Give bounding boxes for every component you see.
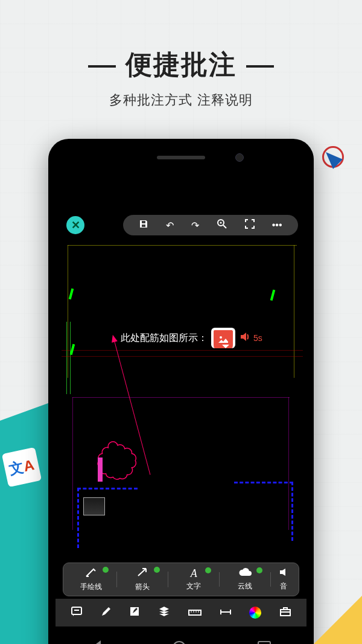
- redo-icon[interactable]: ↷: [191, 220, 199, 231]
- freehand-icon: [85, 567, 97, 581]
- comment-icon[interactable]: [71, 606, 83, 620]
- bottom-toolbar: [56, 599, 306, 626]
- badge-dot-icon: [256, 567, 262, 573]
- marketing-title: 便捷批注: [0, 47, 362, 83]
- layers-icon[interactable]: [158, 606, 170, 620]
- tool-cloud[interactable]: 云线: [220, 567, 271, 591]
- speaker-icon: [279, 567, 288, 580]
- marketing-subtitle: 多种批注方式 注释说明: [0, 91, 362, 109]
- svg-point-3: [220, 222, 222, 224]
- marketing-header: 便捷批注 多种批注方式 注释说明: [0, 0, 362, 109]
- annotation-text: 此处配筋如图所示：: [121, 332, 208, 345]
- badge-dot-icon: [103, 567, 109, 573]
- app-screen: ✕ ↶ ↷ ••• 此处配筋如图所示： 5s: [56, 174, 306, 644]
- svg-line-2: [223, 225, 226, 228]
- toolbox-icon[interactable]: [279, 607, 291, 619]
- annotation-toolbar: 手绘线 箭头 A 文字 云线: [63, 563, 299, 596]
- ruler-icon[interactable]: [188, 607, 202, 619]
- badge-dot-icon: [154, 567, 160, 573]
- zoom-icon[interactable]: [217, 218, 227, 232]
- more-icon[interactable]: •••: [272, 220, 282, 231]
- nav-recent-button[interactable]: [258, 641, 271, 644]
- text-cursor: [98, 457, 103, 482]
- cloud-icon: [238, 567, 252, 580]
- svg-rect-20: [284, 608, 287, 610]
- pencil-icon[interactable]: [101, 606, 112, 620]
- text-icon: A: [191, 567, 197, 580]
- nav-back-button[interactable]: [91, 640, 101, 644]
- annotation-block[interactable]: 此处配筋如图所示： 5s: [121, 328, 262, 348]
- arrow-icon: [136, 567, 148, 581]
- fullscreen-icon[interactable]: [245, 219, 255, 231]
- svg-point-5: [220, 336, 222, 339]
- audio-duration: 5s: [253, 333, 262, 343]
- tool-audio[interactable]: 音: [271, 567, 296, 591]
- edit-box-icon[interactable]: [129, 606, 140, 620]
- svg-marker-0: [326, 152, 343, 169]
- deco-cursor-triangle: [326, 152, 344, 173]
- audio-icon[interactable]: [239, 331, 250, 345]
- color-icon[interactable]: [249, 607, 261, 619]
- svg-rect-11: [189, 610, 201, 615]
- top-toolbar: ↶ ↷ •••: [123, 215, 298, 235]
- save-icon[interactable]: [139, 219, 148, 231]
- badge-dot-icon: [205, 567, 211, 573]
- measure-icon[interactable]: [220, 607, 232, 619]
- tool-freehand[interactable]: 手绘线: [66, 567, 117, 592]
- deco-translate-card: 文A: [2, 447, 42, 487]
- android-navbar: [56, 633, 306, 644]
- image-attachment-icon[interactable]: [211, 328, 235, 348]
- phone-frame: ✕ ↶ ↷ ••• 此处配筋如图所示： 5s: [48, 139, 314, 644]
- tool-arrow[interactable]: 箭头: [117, 567, 168, 592]
- close-button[interactable]: ✕: [66, 216, 84, 234]
- undo-icon[interactable]: ↶: [166, 220, 174, 231]
- close-icon: ✕: [71, 218, 80, 232]
- tool-text[interactable]: A 文字: [168, 567, 220, 591]
- nav-home-button[interactable]: [173, 641, 186, 644]
